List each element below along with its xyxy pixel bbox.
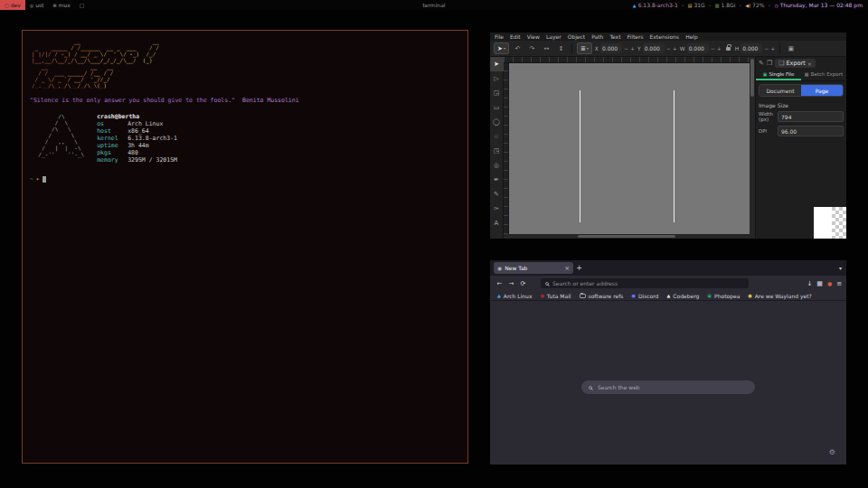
- h-value-field[interactable]: 0.000: [741, 43, 762, 53]
- select-mode-button[interactable]: ➤ ▾: [494, 42, 509, 54]
- dpi-input[interactable]: 96.00: [778, 126, 844, 136]
- fill-stroke-dialog-icon[interactable]: ✎: [759, 60, 764, 67]
- menu-help[interactable]: Help: [685, 33, 698, 40]
- y-minus-button[interactable]: −: [666, 45, 671, 52]
- x-minus-button[interactable]: −: [624, 45, 628, 52]
- tool-controls-bar: ➤ ▾ ↶ ↷ ↔ ↕ ≣ ▾ X 0.000 − + Y 0.000 − + …: [490, 41, 846, 57]
- menu-layer[interactable]: Layer: [546, 33, 561, 40]
- tab-new-tab[interactable]: ◉ New Tab ×: [494, 262, 573, 274]
- bookmark-label: Discord: [638, 293, 659, 299]
- w-value-field[interactable]: 0.000: [687, 43, 709, 53]
- menu-view[interactable]: View: [527, 33, 540, 40]
- extensions-icon[interactable]: ▦: [816, 280, 823, 287]
- flip-vertical-button[interactable]: ↕: [555, 42, 567, 54]
- fetch-row: uptime3h 44m: [97, 142, 177, 149]
- menu-edit[interactable]: Edit: [510, 33, 521, 40]
- chevron-down-icon: ▾: [587, 46, 589, 51]
- rotate-ccw-button[interactable]: ↶: [512, 42, 524, 54]
- toolbox: ➤ ▷ ◲ ▭ ◯ ☆ ◳ ◎ ✒ ✎ ✑ A: [490, 57, 504, 239]
- x-value-field[interactable]: 0.000: [600, 43, 622, 53]
- tool-calligraphy[interactable]: ✑: [490, 202, 504, 216]
- y-plus-button[interactable]: +: [673, 45, 677, 52]
- h-plus-button[interactable]: +: [770, 45, 775, 52]
- web-search-bar[interactable]: Search the web: [581, 380, 755, 394]
- tool-rectangle[interactable]: ▭: [490, 100, 504, 115]
- bookmark-tuta-mail[interactable]: ● Tuta Mail: [540, 293, 571, 299]
- user-host: crash@bertha: [97, 113, 177, 120]
- bookmark-arch-linux[interactable]: ▲ Arch Linux: [497, 293, 532, 299]
- raise-lower-button[interactable]: ≣ ▾: [577, 42, 592, 54]
- ublock-icon[interactable]: ●: [827, 280, 832, 286]
- layers-dialog-icon[interactable]: ❐: [767, 60, 772, 67]
- url-bar[interactable]: [541, 278, 749, 288]
- menu-extensions[interactable]: Extensions: [650, 33, 680, 40]
- new-tab-button[interactable]: +: [573, 262, 585, 274]
- navigation-bar: ← → ⟳ ↓ ▦ ● ≡: [490, 276, 846, 291]
- bookmark-photopea[interactable]: ▣ Photopea: [707, 293, 740, 299]
- close-tab-icon[interactable]: ×: [564, 265, 570, 272]
- tool-3d-box[interactable]: ◳: [490, 144, 504, 158]
- rotate-cw-button[interactable]: ↷: [526, 42, 538, 54]
- bookmark-are-we-wayland-yet[interactable]: ● Are we Wayland yet?: [748, 293, 811, 299]
- menu-icon[interactable]: ≡: [836, 280, 842, 287]
- single-file-tab[interactable]: ▣ Single File: [756, 70, 801, 80]
- terminal-window[interactable]: __ __ _ _____ / /______ __ _ ___ / / | |…: [22, 30, 468, 464]
- width-input[interactable]: 794: [778, 111, 844, 122]
- shell-prompt[interactable]: ~ ▸: [30, 175, 460, 183]
- tool-pen[interactable]: ✒: [490, 173, 504, 187]
- arch-icon: ▲: [497, 293, 501, 298]
- reload-button[interactable]: ⟳: [518, 278, 528, 288]
- menu-text[interactable]: Text: [609, 33, 620, 40]
- tool-ellipse[interactable]: ◯: [490, 115, 504, 129]
- menu-object[interactable]: Object: [568, 33, 586, 40]
- close-icon[interactable]: ×: [807, 61, 812, 67]
- batch-export-tab[interactable]: ▦ Batch Export: [801, 70, 846, 80]
- drawing-canvas[interactable]: [509, 63, 750, 234]
- bookmark-discord[interactable]: ● Discord: [632, 293, 659, 299]
- forward-button[interactable]: →: [506, 278, 516, 288]
- y-coordinate-group: Y 0.000 − +: [637, 43, 677, 53]
- document-button[interactable]: Document: [760, 85, 801, 96]
- toolbar-separator: [571, 43, 572, 53]
- tool-text[interactable]: A: [490, 216, 504, 230]
- tool-spiral[interactable]: ◎: [490, 158, 504, 173]
- tool-node-editor[interactable]: ▷: [490, 71, 504, 86]
- y-label: Y: [637, 45, 641, 52]
- export-icon: ❏: [778, 60, 784, 67]
- menu-file[interactable]: File: [495, 33, 504, 40]
- bookmark-label: Codeberg: [673, 293, 699, 299]
- horizontal-scrollbar[interactable]: [504, 234, 750, 239]
- search-icon: [589, 386, 592, 389]
- fetch-key: uptime: [97, 142, 127, 149]
- back-button[interactable]: ←: [495, 278, 505, 288]
- menu-path[interactable]: Path: [591, 33, 603, 40]
- lock-ratio-icon[interactable]: [726, 47, 731, 51]
- fetch-row: kernel6.13.8-arch3-1: [97, 135, 177, 142]
- personalize-gear-icon[interactable]: ⚙: [829, 448, 835, 456]
- w-minus-button[interactable]: −: [711, 45, 715, 52]
- scrollbar-thumb[interactable]: [578, 235, 676, 238]
- fetch-value: 3295M / 32015M: [127, 156, 177, 164]
- x-plus-button[interactable]: +: [630, 45, 635, 52]
- tool-pencil[interactable]: ✎: [490, 187, 504, 202]
- scrollbar-thumb[interactable]: [750, 59, 754, 97]
- downloads-icon[interactable]: ↓: [807, 280, 812, 287]
- bookmark-codeberg[interactable]: ▲ Codeberg: [666, 293, 699, 299]
- h-minus-button[interactable]: −: [764, 45, 769, 52]
- tool-selector[interactable]: ➤: [490, 57, 504, 71]
- tool-star[interactable]: ☆: [490, 129, 504, 144]
- page-button[interactable]: Page: [801, 85, 843, 96]
- bookmark-folder-software-refs[interactable]: software refs: [580, 293, 624, 299]
- w-plus-button[interactable]: +: [717, 45, 722, 52]
- url-input[interactable]: [552, 280, 744, 286]
- tool-shape-builder[interactable]: ◲: [490, 86, 504, 100]
- browser-window: ◉ New Tab × + ▾ ← → ⟳ ↓ ▦ ● ≡ ▲ Arch Lin…: [490, 260, 846, 465]
- list-all-tabs-icon[interactable]: ▾: [839, 265, 842, 271]
- flip-horizontal-button[interactable]: ↔: [541, 42, 552, 54]
- export-dialog-tab[interactable]: ❏ Export ×: [775, 59, 816, 68]
- fetch-value: 480: [127, 149, 138, 156]
- page-border-left: [580, 90, 580, 222]
- y-value-field[interactable]: 0.000: [643, 43, 665, 53]
- snap-controls-icon[interactable]: ▣: [785, 42, 797, 54]
- menu-filters[interactable]: Filters: [627, 33, 644, 40]
